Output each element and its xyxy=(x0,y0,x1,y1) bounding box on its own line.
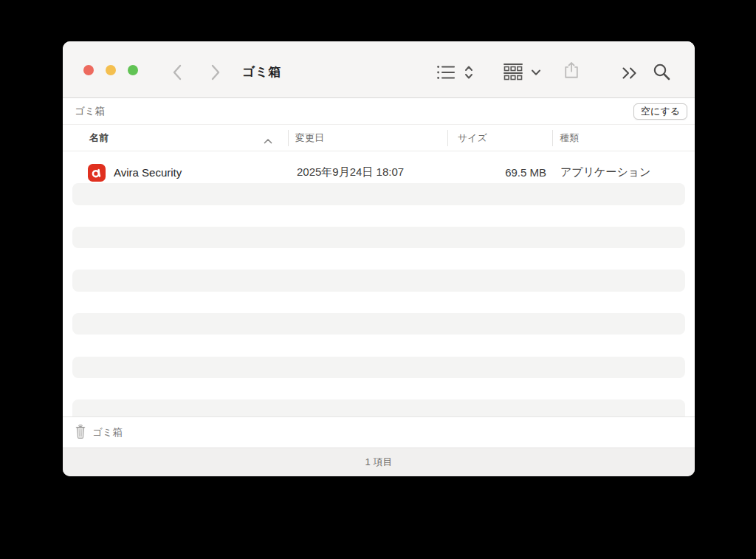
column-divider xyxy=(288,130,289,146)
empty-row xyxy=(63,357,695,378)
empty-row xyxy=(63,183,695,205)
group-by-icon xyxy=(503,63,523,81)
chevron-right-icon xyxy=(210,64,221,81)
file-date-modified: 2025年9月24日 18:07 xyxy=(297,162,404,183)
empty-row xyxy=(63,205,695,227)
search-icon xyxy=(652,62,672,82)
chevron-left-icon xyxy=(172,64,182,81)
more-toolbar-items-button[interactable] xyxy=(621,66,639,80)
empty-row xyxy=(63,399,695,417)
traffic-lights xyxy=(83,65,150,75)
group-by-menu-arrow[interactable] xyxy=(531,69,541,76)
location-title: ゴミ箱 xyxy=(75,105,105,118)
double-chevron-right-icon xyxy=(621,66,639,80)
file-row-avira-security[interactable]: Avira Security 2025年9月24日 18:07 69.5 MB … xyxy=(63,162,695,183)
location-bar: ゴミ箱 空にする xyxy=(63,98,695,125)
up-down-chevrons-icon xyxy=(464,64,474,80)
group-by-button[interactable] xyxy=(503,63,523,81)
empty-row xyxy=(63,292,695,313)
zoom-window-button[interactable] xyxy=(128,65,138,75)
empty-row xyxy=(63,378,695,399)
title-toolbar: ゴミ箱 xyxy=(63,41,695,98)
finder-window: ゴミ箱 xyxy=(63,41,695,476)
back-button[interactable] xyxy=(172,64,182,81)
empty-row xyxy=(63,248,695,270)
path-status-bar: ゴミ箱 xyxy=(63,417,695,448)
empty-trash-button[interactable]: 空にする xyxy=(633,103,687,120)
empty-row xyxy=(63,313,695,335)
column-header-date[interactable]: 変更日 xyxy=(295,125,324,151)
empty-row xyxy=(63,227,695,248)
column-header-size[interactable]: サイズ xyxy=(458,125,487,151)
window-title: ゴミ箱 xyxy=(242,64,281,80)
chevron-down-icon xyxy=(531,69,541,76)
forward-button[interactable] xyxy=(210,64,221,81)
column-header-kind[interactable]: 種類 xyxy=(560,125,579,151)
empty-row xyxy=(63,335,695,356)
share-button[interactable] xyxy=(562,61,581,80)
column-divider xyxy=(447,130,448,146)
view-mode-selector[interactable] xyxy=(464,64,474,80)
path-item-trash[interactable]: ゴミ箱 xyxy=(92,426,123,439)
column-divider xyxy=(552,130,553,146)
share-icon xyxy=(562,61,581,80)
sort-ascending-icon xyxy=(264,135,272,146)
search-button[interactable] xyxy=(652,62,672,82)
item-count: 1 項目 xyxy=(365,456,393,469)
file-name: Avira Security xyxy=(114,162,182,183)
empty-row xyxy=(63,270,695,291)
column-header-row: 名前 変更日 サイズ 種類 xyxy=(63,125,695,151)
minimize-window-button[interactable] xyxy=(106,65,116,75)
list-view-icon xyxy=(436,64,456,80)
column-header-name[interactable]: 名前 xyxy=(89,125,109,151)
file-list: Avira Security 2025年9月24日 18:07 69.5 MB … xyxy=(63,151,695,417)
file-size: 69.5 MB xyxy=(447,162,546,183)
file-kind: アプリケーション xyxy=(560,162,650,183)
trash-icon xyxy=(75,424,86,442)
view-mode-button[interactable] xyxy=(436,64,456,80)
avira-app-icon xyxy=(88,164,106,182)
item-count-bar: 1 項目 xyxy=(63,448,695,476)
close-window-button[interactable] xyxy=(83,65,94,75)
